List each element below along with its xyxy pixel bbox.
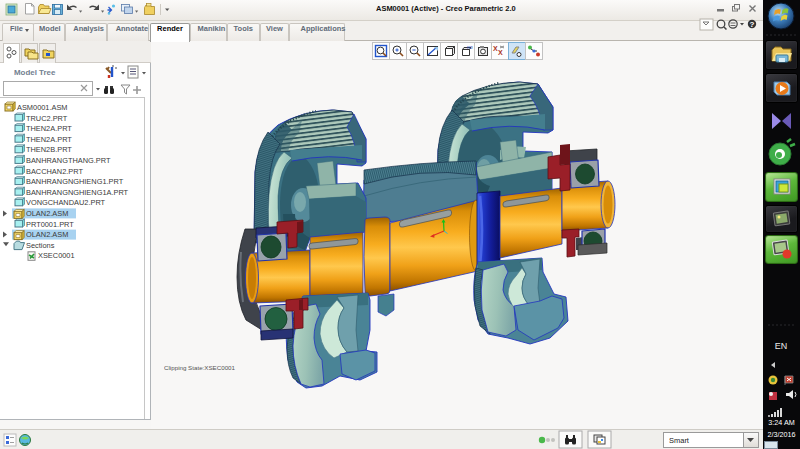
svg-text:X: X [498,49,503,56]
svg-text:THEN2A.PRT: THEN2A.PRT [26,124,72,133]
svg-text:OLAN2.ASM: OLAN2.ASM [26,209,68,218]
svg-text:BANHRANGTHANG.PRT: BANHRANGTHANG.PRT [26,156,111,165]
svg-text:THEN2B.PRT: THEN2B.PRT [26,145,72,154]
svg-text:ASM0001.ASM: ASM0001.ASM [17,103,68,112]
svg-text:EN: EN [775,341,788,351]
svg-text:PRT0001.PRT: PRT0001.PRT [26,220,74,229]
svg-text:OLAN2.ASM: OLAN2.ASM [26,230,68,239]
svg-text:Sections: Sections [26,241,55,250]
svg-text:no: no [467,44,473,50]
svg-text:BACCHAN2.PRT: BACCHAN2.PRT [26,167,83,176]
svg-text:BANHRANGNGHIENG1.PRT: BANHRANGNGHIENG1.PRT [26,177,124,186]
svg-text:VONGCHANDAU2.PRT: VONGCHANDAU2.PRT [26,198,106,207]
svg-text:THEN2A.PRT: THEN2A.PRT [26,135,72,144]
svg-text:TRUC2.PRT: TRUC2.PRT [26,114,68,123]
svg-text:?: ? [750,20,755,29]
svg-text:XSEC0001: XSEC0001 [38,251,75,260]
svg-text:BANHRANGNGHIENG1A.PRT: BANHRANGNGHIENG1A.PRT [26,188,129,197]
